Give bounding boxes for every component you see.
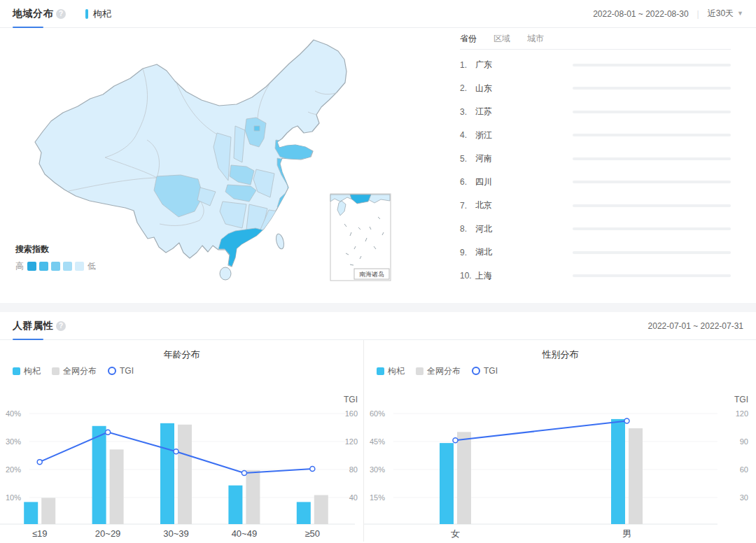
rank-number: 3. [460,107,475,117]
left-axis-tick: 30% [370,465,385,474]
right-axis-tick: 160 [345,409,358,418]
legend-item-overall[interactable]: 全网分布 [52,365,97,377]
gender-distribution-panel: 性别分布 枸杞 全网分布 TGI 60%45%30%15%120906030TG… [363,340,756,542]
map-legend-title: 搜索指数 [15,244,96,255]
rank-number: 10. [460,271,475,281]
tgi-marker [174,449,178,454]
ranking-row[interactable]: 8. 河北 [460,218,731,241]
ranking-tabs: 省份 区域 城市 [460,28,731,50]
category-label: ≥50 [304,528,320,539]
tab-demographics[interactable]: 人群属性 [13,312,56,339]
keyword-marker-icon [85,9,88,19]
rank-number: 2. [460,83,475,93]
legend-label: TGI [484,366,498,376]
legend-label: 枸杞 [24,365,41,377]
left-axis-tick: 20% [6,465,21,474]
province-name: 河南 [475,153,573,164]
legend-label: 枸杞 [388,365,405,377]
map-region-beijing[interactable] [254,126,260,131]
ranking-row[interactable]: 10. 上海 [460,265,731,288]
tab-region[interactable]: 区域 [493,33,510,45]
demographics-date-range: 2022-07-01 ~ 2022-07-31 [648,321,743,331]
tgi-marker [241,470,246,475]
region-ranking-panel: 省份 区域 城市 1. 广东 2. 山东 [448,28,756,303]
legend-label: 全网分布 [427,365,461,377]
province-name: 浙江 [475,129,573,141]
demographics-section: 人群属性 ? 2022-07-01 ~ 2022-07-31 年龄分布 枸杞 全… [0,312,756,542]
right-axis-tick: 120 [736,409,748,418]
geo-distribution-section: 地域分布 ? 枸杞 2022-08-01 ~ 2022-08-30 | 近30天… [0,0,756,303]
province-name: 四川 [475,176,573,188]
legend-swatch [27,262,36,271]
section-gutter [0,303,756,312]
keyword-bar [611,419,625,524]
keyword-bar [228,486,242,524]
gender-chart-title: 性别分布 [364,348,756,361]
left-axis-tick: 60% [370,409,385,418]
keyword-bar [24,502,38,524]
demographics-section-title: 人群属性 [13,320,56,332]
age-distribution-chart[interactable]: 40%30%20%10%1601208040TGI≤1920~2930~3940… [0,381,363,542]
tab-city[interactable]: 城市 [527,33,544,45]
right-axis-tick: 90 [740,437,748,446]
ranking-row[interactable]: 5. 河南 [460,147,731,171]
map-region-taiwan[interactable] [274,233,285,250]
rank-bar-track [573,134,731,136]
period-label: 近30天 [708,8,734,20]
legend-item-keyword[interactable]: 枸杞 [377,365,405,377]
overall-bar [457,432,471,524]
legend-item-overall[interactable]: 全网分布 [416,365,461,377]
legend-label: TGI [120,366,134,376]
ranking-row[interactable]: 3. 江苏 [460,100,731,124]
legend-item-tgi[interactable]: TGI [108,366,134,376]
legend-item-keyword[interactable]: 枸杞 [13,365,41,377]
keyword-bar [160,423,174,524]
rank-number: 4. [460,130,475,140]
tab-province[interactable]: 省份 [460,33,477,45]
ranking-row[interactable]: 9. 湖北 [460,241,731,265]
legend-swatch [63,262,72,271]
rank-bar-track [573,227,731,230]
help-icon[interactable]: ? [56,9,66,19]
legend-item-tgi[interactable]: TGI [472,366,498,376]
rank-bar-track [573,204,731,207]
rank-number: 1. [460,60,475,70]
category-label: 40~49 [232,528,258,539]
map-legend-high-label: 高 [15,260,24,272]
ranking-row[interactable]: 6. 四川 [460,171,731,195]
gender-distribution-chart[interactable]: 60%45%30%15%120906030TGI女男 [364,381,756,542]
header-divider: | [697,9,699,19]
gray-square-icon [52,367,59,375]
province-name: 北京 [475,199,573,211]
rank-bar-track [573,157,731,160]
period-selector[interactable]: 近30天 ▼ [708,8,743,20]
keyword-label: 枸杞 [93,8,111,20]
rank-bar-track [573,87,731,90]
left-axis-tick: 40% [6,409,21,418]
right-axis-tick: 80 [349,465,358,474]
category-label: 30~39 [163,528,189,539]
keyword-bar [92,426,106,524]
tgi-line [456,421,627,441]
tgi-marker [310,467,315,472]
overall-bar [629,428,643,524]
map-region-hainan[interactable] [220,267,231,280]
ranking-row[interactable]: 4. 浙江 [460,124,731,148]
left-axis-tick: 15% [370,493,385,502]
ranking-row[interactable]: 7. 北京 [460,194,731,218]
ranking-row[interactable]: 1. 广东 [460,53,731,77]
tgi-marker [453,438,458,443]
age-chart-legend: 枸杞 全网分布 TGI [13,365,363,376]
map-region-shandong[interactable] [275,140,313,160]
tab-geo-distribution[interactable]: 地域分布 [13,0,56,27]
ranking-row[interactable]: 2. 山东 [460,77,731,101]
circle-marker-icon [108,367,116,375]
help-icon[interactable]: ? [56,321,66,331]
gray-square-icon [416,367,424,375]
south-china-sea-inset: 南海诸岛 [330,194,391,281]
province-name: 山东 [475,83,573,94]
overall-bar [178,425,192,524]
china-map[interactable]: 南海诸岛 搜索指数 高 低 [0,28,448,303]
rank-number: 5. [460,154,475,164]
geo-date-range: 2022-08-01 ~ 2022-08-30 [593,9,688,19]
